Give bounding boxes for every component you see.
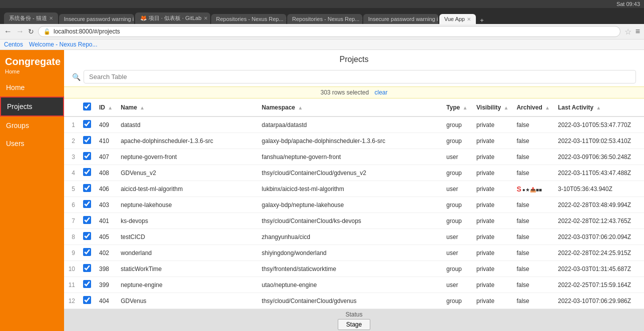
row-name: wonderland bbox=[117, 245, 258, 261]
sidebar-item-home[interactable]: Home bbox=[0, 78, 64, 96]
row-checkbox-cell bbox=[79, 261, 95, 277]
row-namespace: galaxy-bdp/apache-dolphinscheduler-1.3.6… bbox=[258, 133, 442, 149]
bottom-status-bar: Status Stage bbox=[64, 309, 644, 331]
stage-button[interactable]: Stage bbox=[338, 319, 370, 330]
col-header-type[interactable]: Type ▲ bbox=[442, 98, 472, 116]
col-header-rownum bbox=[64, 98, 79, 116]
tab-vue-app[interactable]: Vue App ✕ bbox=[439, 14, 476, 24]
row-checkbox[interactable] bbox=[83, 248, 91, 256]
url-bar[interactable]: 🔓 localhost:8000/#/projects bbox=[38, 26, 620, 37]
row-checkbox[interactable] bbox=[83, 184, 91, 192]
bookmark-nexus[interactable]: Welcome - Nexus Repo... bbox=[29, 41, 98, 48]
row-id: 401 bbox=[95, 213, 117, 229]
new-tab-button[interactable]: + bbox=[477, 16, 487, 24]
col-header-checkbox[interactable] bbox=[79, 98, 95, 116]
row-archived: false bbox=[512, 116, 554, 133]
row-id: 407 bbox=[95, 149, 117, 165]
sidebar-item-groups[interactable]: Groups bbox=[0, 116, 64, 134]
bookmark-button[interactable]: ☆ bbox=[624, 27, 631, 36]
tab-1[interactable]: Insecure password warning i... ✕ bbox=[59, 14, 134, 24]
row-last-activity: 2022-03-11T09:02:53.410Z bbox=[554, 133, 644, 149]
bookmarks-bar: Centos Welcome - Nexus Repo... bbox=[0, 40, 644, 50]
row-last-activity: 2022-03-03T07:06:20.094Z bbox=[554, 229, 644, 245]
row-visibility: private bbox=[472, 245, 512, 261]
sidebar-nav: Home Projects Groups Users bbox=[0, 78, 64, 152]
tab-3[interactable]: Repositories - Nexus Rep... ✕ bbox=[211, 14, 286, 24]
row-checkbox[interactable] bbox=[83, 264, 91, 272]
col-header-name[interactable]: Name ▲ bbox=[117, 98, 258, 116]
search-input[interactable] bbox=[84, 70, 636, 84]
col-header-namespace[interactable]: Namespace ▲ bbox=[258, 98, 442, 116]
table-row: 4408GDVenus_v2thsy/cloud/ContainerCloud/… bbox=[64, 165, 644, 181]
tab-2[interactable]: 🦊 项目 · 似表板 · GitLab ✕ bbox=[135, 12, 210, 24]
table-row: 8405testCICDzhangyunhua/cicduserprivatef… bbox=[64, 229, 644, 245]
row-type: group bbox=[442, 213, 472, 229]
sidebar-item-users[interactable]: Users bbox=[0, 134, 64, 152]
selection-count: 303 rows selected bbox=[320, 89, 369, 96]
row-archived: false bbox=[512, 197, 554, 213]
tab-0[interactable]: 系统备份 - 猫道 ✕ bbox=[4, 12, 58, 24]
table-row: 7401ks-devopsthsy/cloud/ContainerCloud/k… bbox=[64, 213, 644, 229]
row-checkbox-cell bbox=[79, 197, 95, 213]
reload-button[interactable]: ↻ bbox=[28, 28, 34, 36]
row-checkbox-cell bbox=[79, 165, 95, 181]
row-checkbox[interactable] bbox=[83, 216, 91, 224]
row-last-activity: 2022-03-11T05:43:47.488Z bbox=[554, 165, 644, 181]
col-header-visibility[interactable]: Visibility ▲ bbox=[472, 98, 512, 116]
tab-close-0[interactable]: ✕ bbox=[49, 16, 53, 21]
tab-close-vue[interactable]: ✕ bbox=[467, 16, 471, 22]
row-namespace: utao/neptune-engine bbox=[258, 277, 442, 293]
bookmark-centos[interactable]: Centos bbox=[4, 41, 23, 48]
row-checkbox[interactable] bbox=[83, 296, 91, 304]
row-visibility: private bbox=[472, 149, 512, 165]
back-button[interactable]: ← bbox=[4, 27, 12, 36]
row-visibility: private bbox=[472, 133, 512, 149]
row-archived: false bbox=[512, 133, 554, 149]
forward-button[interactable]: → bbox=[16, 27, 24, 36]
settings-button[interactable]: ≡ bbox=[635, 27, 640, 36]
sort-icon-visibility: ▲ bbox=[504, 105, 509, 110]
status-label: Status bbox=[64, 311, 644, 318]
row-checkbox[interactable] bbox=[83, 280, 91, 288]
row-checkbox-cell bbox=[79, 277, 95, 293]
row-checkbox[interactable] bbox=[83, 168, 91, 176]
tab-close-4[interactable]: ✕ bbox=[361, 16, 362, 22]
row-namespace: fanshua/neptune-govern-front bbox=[258, 149, 442, 165]
col-header-lastactivity[interactable]: Last Activity ▲ bbox=[554, 98, 644, 116]
col-header-id[interactable]: ID ▲ bbox=[95, 98, 117, 116]
row-archived: false bbox=[512, 229, 554, 245]
select-all-checkbox[interactable] bbox=[83, 102, 91, 110]
tab-5[interactable]: Insecure password warning i... ✕ bbox=[363, 14, 438, 24]
icon-3[interactable]: 📥 bbox=[530, 187, 536, 192]
row-visibility: private bbox=[472, 229, 512, 245]
row-visibility: private bbox=[472, 293, 512, 309]
row-type: user bbox=[442, 245, 472, 261]
row-checkbox[interactable] bbox=[83, 200, 91, 208]
row-checkbox[interactable] bbox=[83, 232, 91, 240]
table-row: 1409datastddatarpaa/datastdgroupprivatef… bbox=[64, 116, 644, 133]
clear-selection-link[interactable]: clear bbox=[375, 89, 388, 96]
row-name: ks-devops bbox=[117, 213, 258, 229]
row-type: group bbox=[442, 165, 472, 181]
row-name: neptune-lakehouse bbox=[117, 197, 258, 213]
sidebar-item-projects[interactable]: Projects bbox=[0, 96, 64, 116]
row-namespace: thsy/cloud/ContainerCloud/gdvenus bbox=[258, 293, 442, 309]
icon-2[interactable]: ★ bbox=[525, 187, 530, 192]
row-type: user bbox=[442, 277, 472, 293]
col-header-archived[interactable]: Archived ▲ bbox=[512, 98, 554, 116]
row-type: group bbox=[442, 293, 472, 309]
tab-close-2[interactable]: ✕ bbox=[204, 16, 208, 21]
row-last-activity: 2022-02-28T02:24:25.915Z bbox=[554, 245, 644, 261]
icon-5[interactable]: ■ bbox=[539, 187, 542, 192]
brand-home-label: Home bbox=[5, 68, 59, 74]
row-namespace: thsy/cloud/ContainerCloud/gdvenus_v2 bbox=[258, 165, 442, 181]
row-id: 403 bbox=[95, 197, 117, 213]
row-checkbox[interactable] bbox=[83, 152, 91, 160]
search-icon: 🔍 bbox=[72, 73, 81, 81]
row-name: neptune-govern-front bbox=[117, 149, 258, 165]
tab-close-3[interactable]: ✕ bbox=[285, 16, 286, 22]
row-checkbox[interactable] bbox=[83, 120, 91, 128]
row-num: 7 bbox=[64, 213, 79, 229]
tab-4[interactable]: Repositories - Nexus Rep... ✕ bbox=[287, 14, 362, 24]
row-checkbox[interactable] bbox=[83, 136, 91, 144]
